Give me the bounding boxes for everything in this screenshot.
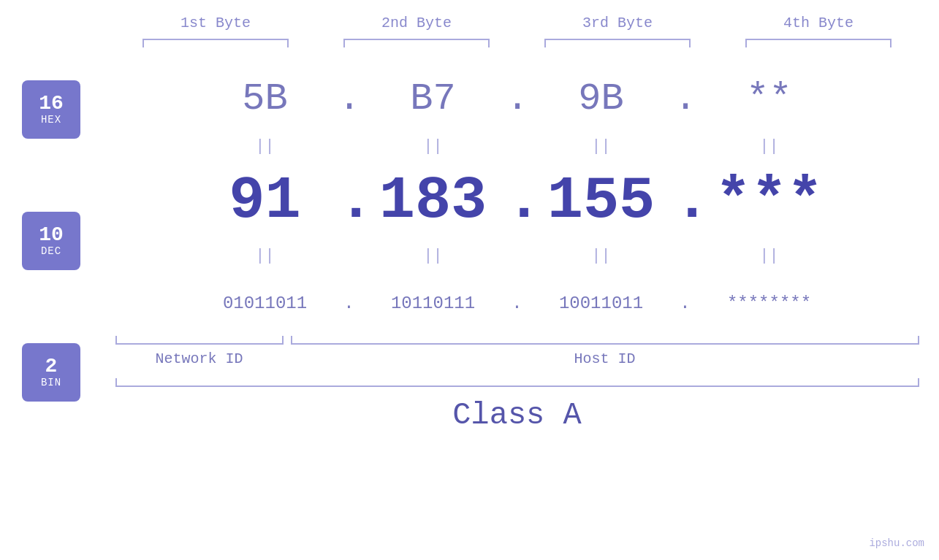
dec-dot1: . <box>338 167 360 235</box>
bracket-top-4 <box>745 39 892 47</box>
bin-number: 2 <box>45 356 58 377</box>
outer-bracket-row <box>115 378 919 387</box>
dec-label: DEC <box>41 245 61 257</box>
bottom-brackets <box>115 336 919 345</box>
bracket-network <box>115 336 284 345</box>
hex-b3: 9B <box>528 77 674 120</box>
outer-bracket <box>115 378 919 387</box>
network-id-label: Network ID <box>115 350 284 367</box>
bin-b2: 10110111 <box>360 294 506 313</box>
dec-b4: *** <box>696 167 843 235</box>
bin-b4: ******** <box>696 294 843 313</box>
bracket-top-3 <box>544 39 691 47</box>
eq2-b3: || <box>528 247 674 265</box>
equals-row-2: || || || || <box>115 237 919 274</box>
byte4-header: 4th Byte <box>738 15 899 31</box>
equals-row-1: || || || || <box>115 128 919 164</box>
hex-b4: ** <box>696 77 843 120</box>
class-label: Class A <box>115 398 919 433</box>
bracket-host <box>291 336 919 345</box>
watermark: ipshu.com <box>869 537 924 549</box>
eq1-b4: || <box>696 137 843 156</box>
hex-number: 16 <box>39 93 64 114</box>
eq2-b2: || <box>360 247 506 265</box>
bracket-top-2 <box>343 39 490 47</box>
id-labels: Network ID Host ID <box>115 350 919 367</box>
dec-dot2: . <box>506 167 528 235</box>
byte3-header: 3rd Byte <box>537 15 698 31</box>
hex-row: 5B . B7 . 9B . ** <box>115 69 919 128</box>
hex-b1: 5B <box>192 77 338 120</box>
dec-b1: 91 <box>192 167 338 235</box>
base-labels: 16 HEX 10 DEC 2 BIN <box>22 80 80 402</box>
dec-b3: 155 <box>528 167 674 235</box>
eq2-b4: || <box>696 247 843 265</box>
main-container: 1st Byte 2nd Byte 3rd Byte 4th Byte 16 H… <box>0 0 939 560</box>
bracket-top-1 <box>142 39 289 47</box>
host-id-label: Host ID <box>291 350 919 367</box>
bottom-bracket-area: Network ID Host ID <box>115 336 919 367</box>
dec-dot3: . <box>674 167 696 235</box>
hex-dot2: . <box>506 77 528 120</box>
bin-dot1: . <box>338 294 360 313</box>
eq2-b1: || <box>192 247 338 265</box>
bin-badge: 2 BIN <box>22 343 80 402</box>
hex-b2: B7 <box>360 77 506 120</box>
byte1-header: 1st Byte <box>135 15 296 31</box>
dec-number: 10 <box>39 225 64 245</box>
eq1-b2: || <box>360 137 506 156</box>
bin-b3: 10011011 <box>528 294 674 313</box>
bin-b1: 01011011 <box>192 294 338 313</box>
top-brackets <box>115 39 919 47</box>
bin-row: 01011011 . 10110111 . 10011011 . *******… <box>115 274 919 332</box>
hex-label: HEX <box>41 114 61 126</box>
bin-dot3: . <box>674 294 696 313</box>
dec-b2: 183 <box>360 167 506 235</box>
byte-headers: 1st Byte 2nd Byte 3rd Byte 4th Byte <box>115 15 919 31</box>
bin-label: BIN <box>41 377 61 388</box>
hex-dot3: . <box>674 77 696 120</box>
byte2-header: 2nd Byte <box>336 15 497 31</box>
eq1-b3: || <box>528 137 674 156</box>
eq1-b1: || <box>192 137 338 156</box>
dec-badge: 10 DEC <box>22 212 80 270</box>
dec-row: 91 . 183 . 155 . *** <box>115 164 919 237</box>
bin-dot2: . <box>506 294 528 313</box>
hex-badge: 16 HEX <box>22 80 80 139</box>
hex-dot1: . <box>338 77 360 120</box>
